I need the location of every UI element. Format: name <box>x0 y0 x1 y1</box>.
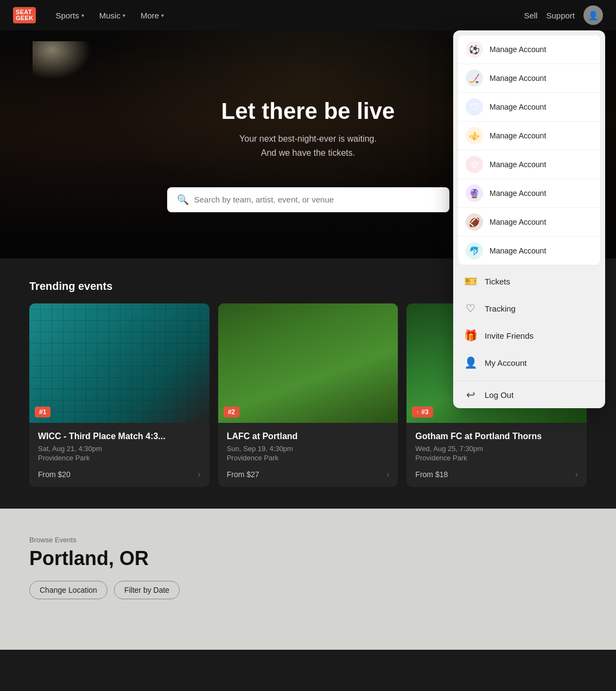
tickets-label: Tickets <box>485 277 510 286</box>
accounts-list: ⚽ Manage Account 🏒 Manage Account 🛡 Mana… <box>458 35 601 265</box>
search-input[interactable] <box>194 195 440 204</box>
dropdown-invite-friends[interactable]: 🎁 Invite Friends <box>453 322 605 349</box>
account-label-1: Manage Account <box>490 45 546 54</box>
account-label-6: Manage Account <box>490 189 546 198</box>
event-arrow-icon-3: › <box>575 470 578 479</box>
account-label-8: Manage Account <box>490 246 546 255</box>
event-date-2: Sun, Sep 19, 4:30pm <box>227 445 390 453</box>
event-price-row-2: From $27 › <box>227 470 390 479</box>
trending-arrow-icon: ↑ <box>416 409 419 415</box>
account-item-6[interactable]: 🔮 Manage Account <box>458 179 600 208</box>
event-price-1: From $20 <box>38 470 71 479</box>
account-label-2: Manage Account <box>490 74 546 83</box>
nav-more[interactable]: More ▾ <box>134 8 170 23</box>
tracking-icon: ♡ <box>464 302 477 315</box>
event-info-3: Gotham FC at Portland Thorns Wed, Aug 25… <box>407 423 587 487</box>
event-price-row-3: From $18 › <box>415 470 578 479</box>
event-arrow-icon-2: › <box>386 470 389 479</box>
sell-button[interactable]: Sell <box>524 11 537 20</box>
event-info-2: LAFC at Portland Sun, Sep 19, 4:30pm Pro… <box>218 423 398 487</box>
nav-sports[interactable]: Sports ▾ <box>49 8 90 23</box>
invite-friends-label: Invite Friends <box>485 331 534 340</box>
header: SEAT GEEK Sports ▾ Music ▾ More ▾ Sell S… <box>0 0 616 30</box>
account-icon-4: ⚜️ <box>466 127 483 144</box>
stadium-lights <box>33 41 98 85</box>
account-icon-6: 🔮 <box>466 185 483 202</box>
logo[interactable]: SEAT GEEK <box>13 7 36 23</box>
logout-icon: ↩ <box>464 388 477 401</box>
account-icon-3: 🛡 <box>466 98 483 116</box>
account-item-5[interactable]: ⚙ Manage Account <box>458 150 600 179</box>
dropdown-tickets[interactable]: 🎫 Tickets <box>453 268 605 295</box>
event-card-1[interactable]: #1 WICC - Third Place Match 4:3... Sat, … <box>29 303 209 487</box>
account-icon-8: 🐬 <box>466 242 483 259</box>
event-price-3: From $18 <box>415 470 448 479</box>
account-item-8[interactable]: 🐬 Manage Account <box>458 237 600 265</box>
account-label-3: Manage Account <box>490 103 546 111</box>
event-price-2: From $27 <box>227 470 259 479</box>
chevron-down-icon: ▾ <box>161 12 164 18</box>
support-button[interactable]: Support <box>546 11 575 20</box>
dropdown-main-items: 🎫 Tickets ♡ Tracking 🎁 Invite Friends 👤 … <box>453 265 605 378</box>
account-label-4: Manage Account <box>490 131 546 140</box>
browse-label: Browse Events <box>29 536 587 544</box>
account-item-1[interactable]: ⚽ Manage Account <box>458 35 600 64</box>
event-date-3: Wed, Aug 25, 7:30pm <box>415 445 578 453</box>
event-price-row-1: From $20 › <box>38 470 201 479</box>
account-item-7[interactable]: 🏈 Manage Account <box>458 208 600 237</box>
browse-city: Portland, OR <box>29 547 587 570</box>
change-location-button[interactable]: Change Location <box>29 581 107 599</box>
event-name-1: WICC - Third Place Match 4:3... <box>38 432 201 441</box>
account-item-2[interactable]: 🏒 Manage Account <box>458 64 600 93</box>
event-name-3: Gotham FC at Portland Thorns <box>415 432 578 441</box>
event-image-2: #2 <box>218 303 398 423</box>
account-label-5: Manage Account <box>490 160 546 169</box>
rank-badge-2: #2 <box>224 407 239 417</box>
logo-box: SEAT GEEK <box>13 7 36 23</box>
event-name-2: LAFC at Portland <box>227 432 390 441</box>
event-venue-2: Providence Park <box>227 454 390 462</box>
search-input-wrap: 🔍 <box>167 187 449 212</box>
event-arrow-icon-1: › <box>198 470 200 479</box>
my-account-label: My Account <box>485 358 527 367</box>
hero-title: Let there be live <box>221 98 395 124</box>
search-icon: 🔍 <box>177 194 189 206</box>
browse-section: Browse Events Portland, OR Change Locati… <box>0 509 616 650</box>
invite-friends-icon: 🎁 <box>464 329 477 342</box>
rank-badge-3: ↑ #3 <box>412 407 433 417</box>
account-label-7: Manage Account <box>490 218 546 226</box>
dropdown-my-account[interactable]: 👤 My Account <box>453 349 605 376</box>
my-account-icon: 👤 <box>464 356 477 369</box>
tickets-icon: 🎫 <box>464 275 477 288</box>
hero-subtitle: Your next best-night-ever is waiting. An… <box>221 132 395 160</box>
rank-badge-1: #1 <box>35 407 50 417</box>
account-item-3[interactable]: 🛡 Manage Account <box>458 93 600 122</box>
hero-content: Let there be live Your next best-night-e… <box>211 77 406 176</box>
event-card-2[interactable]: #2 LAFC at Portland Sun, Sep 19, 4:30pm … <box>218 303 398 487</box>
logout-button[interactable]: ↩ Log Out <box>453 381 605 408</box>
browse-buttons: Change Location Filter by Date <box>29 581 587 599</box>
chevron-down-icon: ▾ <box>81 12 84 18</box>
event-bg-teal <box>29 303 209 423</box>
main-nav: Sports ▾ Music ▾ More ▾ <box>49 8 170 23</box>
search-bar: 🔍 <box>167 187 449 212</box>
header-right: Sell Support 👤 <box>524 5 603 25</box>
account-item-4[interactable]: ⚜️ Manage Account <box>458 122 600 150</box>
filter-by-date-button[interactable]: Filter by Date <box>114 581 180 599</box>
user-icon: 👤 <box>588 10 599 21</box>
event-venue-1: Providence Park <box>38 454 201 462</box>
event-image-1: #1 <box>29 303 209 423</box>
dropdown-tracking[interactable]: ♡ Tracking <box>453 295 605 322</box>
user-avatar-button[interactable]: 👤 <box>583 5 603 25</box>
chevron-down-icon: ▾ <box>123 12 125 18</box>
event-venue-3: Providence Park <box>415 454 578 462</box>
event-bg-green <box>218 303 398 423</box>
user-dropdown-menu: ⚽ Manage Account 🏒 Manage Account 🛡 Mana… <box>453 30 605 408</box>
account-icon-7: 🏈 <box>466 213 483 231</box>
account-icon-5: ⚙ <box>466 156 483 173</box>
account-icon-2: 🏒 <box>466 69 483 87</box>
tracking-label: Tracking <box>485 304 516 313</box>
event-date-1: Sat, Aug 21, 4:30pm <box>38 445 201 453</box>
event-info-1: WICC - Third Place Match 4:3... Sat, Aug… <box>29 423 209 487</box>
nav-music[interactable]: Music ▾ <box>93 8 132 23</box>
